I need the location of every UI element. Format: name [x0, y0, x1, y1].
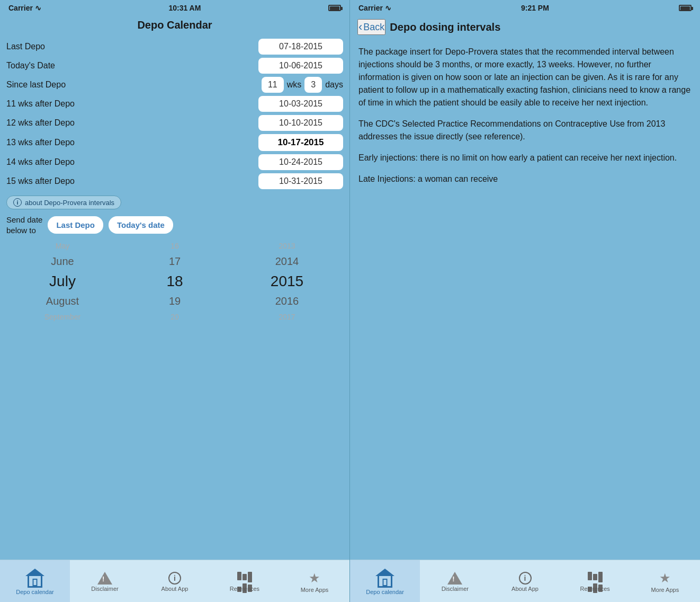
article-para-3: Early injections: there is no limit on h… [358, 152, 692, 164]
tab-disclaimer-label-left: Disclaimer [91, 586, 118, 592]
month-july[interactable]: July [6, 271, 119, 292]
tab-about-app-label-right: About App [511, 586, 539, 592]
year-picker-col[interactable]: 2013 2014 2015 2016 2017 [231, 240, 343, 323]
left-time: 10:31 AM [168, 4, 201, 12]
about-intervals-button[interactable]: i about Depo-Provera intervals [6, 196, 121, 209]
info-tab-icon-left: i [168, 572, 181, 585]
article-para-4: Late Injections: a woman can receive [358, 173, 692, 185]
right-header: ‹ Back Depo dosing intervals [350, 15, 700, 39]
references-icon-right [588, 572, 603, 585]
year-2013[interactable]: 2013 [231, 240, 343, 252]
wks-label: wks [287, 80, 302, 90]
left-status-bar: Carrier ∿ 10:31 AM [0, 0, 349, 15]
day-picker-col[interactable]: 16 17 18 19 20 [119, 240, 231, 323]
tab-depo-calendar-label-left: Depo calendar [16, 589, 54, 595]
info-tab-icon-right: i [519, 572, 532, 585]
right-time: 9:21 PM [521, 4, 549, 12]
back-button[interactable]: ‹ Back [357, 19, 385, 35]
since-boxes: 11 wks 3 days [262, 77, 343, 93]
references-icon-left [237, 572, 252, 585]
send-last-depo-button[interactable]: Last Depo [48, 216, 103, 234]
since-days-box[interactable]: 3 [304, 77, 322, 93]
since-last-depo-row: Since last Depo 11 wks 3 days [6, 77, 343, 93]
11wks-row: 11 wks after Depo 10-03-2015 [6, 96, 343, 112]
day-20[interactable]: 20 [119, 311, 231, 323]
left-carrier: Carrier ∿ [8, 4, 41, 12]
todays-date-value[interactable]: 10-06-2015 [258, 58, 343, 74]
tab-disclaimer-label-right: Disclaimer [442, 586, 469, 592]
wifi-icon-right: ∿ [385, 4, 391, 12]
month-may[interactable]: May [6, 240, 119, 252]
warning-icon-right: ! [447, 572, 462, 585]
12wks-row: 12 wks after Depo 10-10-2015 [6, 115, 343, 131]
14wks-row: 14 wks after Depo 10-24-2015 [6, 154, 343, 170]
send-date-label: Send datebelow to [6, 215, 42, 235]
chevron-left-icon: ‹ [358, 20, 362, 34]
year-2016[interactable]: 2016 [231, 293, 343, 309]
star-icon-right: ★ [659, 571, 671, 586]
page-title: Depo dosing intervals [390, 21, 500, 33]
tab-references-left[interactable]: References [210, 560, 280, 602]
last-depo-row: Last Depo 07-18-2015 [6, 39, 343, 55]
11wks-value: 10-03-2015 [258, 96, 343, 112]
right-bottom-tabs: Depo calendar ! Disclaimer i About App R… [350, 560, 700, 602]
13wks-label: 13 wks after Depo [6, 138, 258, 147]
year-2017[interactable]: 2017 [231, 311, 343, 323]
article-content: The package insert for Depo-Provera stat… [350, 39, 700, 560]
last-depo-label: Last Depo [6, 42, 258, 51]
warning-icon: ! [97, 572, 112, 585]
tab-disclaimer-left[interactable]: ! Disclaimer [70, 560, 140, 602]
15wks-label: 15 wks after Depo [6, 176, 258, 186]
tab-references-label-right: References [580, 586, 610, 592]
tab-more-apps-label-right: More Apps [651, 587, 679, 593]
tab-about-app-right[interactable]: i About App [490, 560, 560, 602]
day-16[interactable]: 16 [119, 240, 231, 252]
tab-more-apps-left[interactable]: ★ More Apps [280, 560, 349, 602]
15wks-row: 15 wks after Depo 10-31-2015 [6, 173, 343, 189]
since-label: Since last Depo [6, 80, 262, 90]
year-2015[interactable]: 2015 [231, 271, 343, 292]
last-depo-value[interactable]: 07-18-2015 [258, 39, 343, 55]
day-17[interactable]: 17 [119, 253, 231, 270]
tab-about-app-left[interactable]: i About App [140, 560, 210, 602]
info-circle-icon: i [13, 198, 22, 207]
main-content: Last Depo 07-18-2015 Today's Date 10-06-… [0, 37, 349, 560]
tab-about-app-label-left: About App [161, 586, 189, 592]
days-label: days [325, 80, 343, 90]
tab-depo-calendar-right[interactable]: Depo calendar [350, 560, 420, 602]
since-weeks-box[interactable]: 11 [262, 77, 284, 93]
day-18[interactable]: 18 [119, 271, 231, 292]
article-para-1: The package insert for Depo-Provera stat… [358, 46, 692, 109]
date-picker[interactable]: May June July August September 16 17 18 … [6, 240, 343, 323]
month-picker-col[interactable]: May June July August September [6, 240, 119, 323]
tab-more-apps-label-left: More Apps [301, 587, 329, 593]
home-icon-right [375, 569, 394, 588]
tab-disclaimer-right[interactable]: ! Disclaimer [420, 560, 490, 602]
todays-date-row: Today's Date 10-06-2015 [6, 58, 343, 74]
13wks-row: 13 wks after Depo 10-17-2015 [6, 134, 343, 151]
home-icon [25, 569, 44, 588]
right-carrier: Carrier ∿ [358, 4, 391, 12]
12wks-label: 12 wks after Depo [6, 118, 258, 128]
tab-depo-calendar-left[interactable]: Depo calendar [0, 560, 70, 602]
article-para-2: The CDC's Selected Practice Recommendati… [358, 118, 692, 143]
right-phone-panel: Carrier ∿ 9:21 PM ‹ Back Depo dosing int… [350, 0, 700, 602]
15wks-value: 10-31-2015 [258, 173, 343, 189]
11wks-label: 11 wks after Depo [6, 99, 258, 109]
tab-more-apps-right[interactable]: ★ More Apps [630, 560, 700, 602]
14wks-value: 10-24-2015 [258, 154, 343, 170]
month-august[interactable]: August [6, 293, 119, 309]
left-bottom-tabs: Depo calendar ! Disclaimer i About App R… [0, 560, 349, 602]
year-2014[interactable]: 2014 [231, 253, 343, 270]
send-todays-date-button[interactable]: Today's date [109, 216, 173, 234]
13wks-value: 10-17-2015 [258, 134, 343, 151]
month-june[interactable]: June [6, 253, 119, 270]
day-19[interactable]: 19 [119, 293, 231, 309]
month-september[interactable]: September [6, 311, 119, 323]
tab-references-right[interactable]: References [560, 560, 630, 602]
tab-depo-calendar-label-right: Depo calendar [366, 589, 404, 595]
12wks-value: 10-10-2015 [258, 115, 343, 131]
app-title: Depo Calendar [0, 15, 349, 37]
todays-date-label: Today's Date [6, 61, 258, 70]
star-icon-left: ★ [309, 571, 320, 586]
